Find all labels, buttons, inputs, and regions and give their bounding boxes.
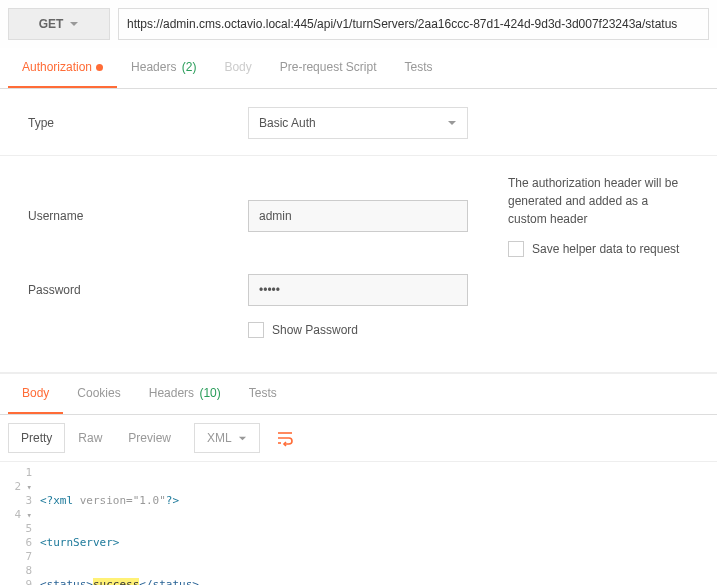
- username-label: Username: [28, 209, 248, 223]
- line-gutter: 1 2▾ 3 4▾ 5 6 7 8 9 10 11 12: [0, 466, 40, 585]
- request-tabs: Authorization Headers (2) Body Pre-reque…: [0, 48, 717, 89]
- tab-body[interactable]: Body: [210, 48, 265, 88]
- save-helper-checkbox[interactable]: [508, 241, 524, 257]
- auth-panel: Type Basic Auth Username The authorizati…: [0, 89, 717, 373]
- method-label: GET: [39, 17, 64, 31]
- password-label: Password: [28, 283, 248, 297]
- format-selector[interactable]: XML: [194, 423, 260, 453]
- method-selector[interactable]: GET: [8, 8, 110, 40]
- auth-note: The authorization header will be generat…: [468, 174, 689, 258]
- tab-tests[interactable]: Tests: [390, 48, 446, 88]
- code-content: <?xml version="1.0"?> <turnServer> <stat…: [40, 466, 717, 585]
- url-prefix: https://admin.cms.octavio.local:445/api/…: [127, 17, 418, 31]
- response-tabs: Body Cookies Headers (10) Tests: [0, 373, 717, 415]
- chevron-down-icon: [69, 19, 79, 29]
- tab-headers[interactable]: Headers (2): [117, 48, 210, 88]
- show-password-label: Show Password: [272, 323, 358, 337]
- response-toolbar: Pretty Raw Preview XML: [0, 415, 717, 462]
- auth-type-select[interactable]: Basic Auth: [248, 107, 468, 139]
- password-input[interactable]: [248, 274, 468, 306]
- type-label: Type: [28, 116, 248, 130]
- wrap-icon: [276, 429, 294, 447]
- tab-response-tests[interactable]: Tests: [235, 374, 291, 414]
- wrap-lines-button[interactable]: [270, 423, 300, 453]
- preview-button[interactable]: Preview: [115, 423, 184, 453]
- tab-pre-request-script[interactable]: Pre-request Script: [266, 48, 391, 88]
- tab-cookies[interactable]: Cookies: [63, 374, 134, 414]
- tab-authorization[interactable]: Authorization: [8, 48, 117, 88]
- chevron-down-icon: [447, 118, 457, 128]
- response-body[interactable]: 1 2▾ 3 4▾ 5 6 7 8 9 10 11 12 <?xml versi…: [0, 462, 717, 585]
- chevron-down-icon: [238, 434, 247, 443]
- tab-response-body[interactable]: Body: [8, 374, 63, 414]
- raw-button[interactable]: Raw: [65, 423, 115, 453]
- modified-dot-icon: [96, 64, 103, 71]
- save-helper-label: Save helper data to request: [532, 240, 679, 258]
- pretty-button[interactable]: Pretty: [8, 423, 65, 453]
- tab-response-headers[interactable]: Headers (10): [135, 374, 235, 414]
- username-input[interactable]: [248, 200, 468, 232]
- url-highlighted: 2aa16ccc-87d1-424d-9d3d-3d007f23243a/sta…: [418, 17, 678, 31]
- show-password-checkbox[interactable]: [248, 322, 264, 338]
- url-input[interactable]: https://admin.cms.octavio.local:445/api/…: [118, 8, 709, 40]
